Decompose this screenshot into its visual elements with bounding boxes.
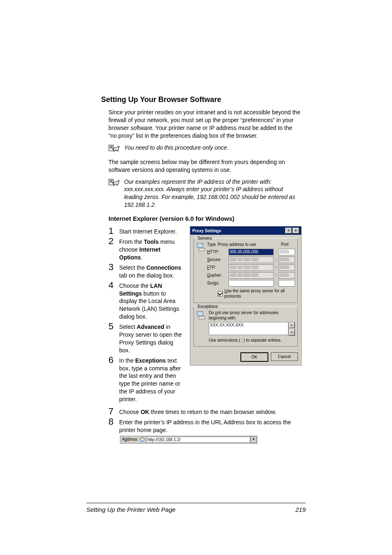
http-label: HTTP: (207, 249, 227, 255)
steps-list: Start Internet Explorer. From the Tools … (108, 226, 184, 403)
footer-title: Setting Up the Printer Web Page (86, 506, 175, 514)
ftp-address-input[interactable]: 000.00.000.000 (228, 264, 274, 271)
secure-address-input[interactable]: 000.00.000.000 (228, 257, 274, 263)
address-label: Address (120, 437, 139, 442)
step-1: Start Internet Explorer. (119, 228, 184, 236)
steps-list-cont: Choose OK three times to return to the m… (108, 407, 302, 434)
same-proxy-checkbox[interactable] (218, 291, 223, 296)
step-3: Select the Connections tab on the dialog… (119, 264, 184, 280)
exceptions-group: Exceptions Do not use proxy server for a… (194, 306, 298, 347)
page-number: 219 (295, 506, 306, 514)
subsection-heading: Internet Explorer (version 6.0 for Windo… (108, 215, 302, 223)
secure-port-input[interactable]: 0000 (279, 257, 295, 263)
note-icon (108, 145, 120, 154)
exceptions-legend: Exceptions (196, 304, 219, 310)
http-address-input[interactable]: 000.00.000.000 (228, 249, 274, 255)
address-bar: Address http://192.168.1.2/ ▼ (120, 436, 257, 444)
sample-paragraph: The sample screens below may be differen… (108, 158, 302, 174)
step-2: From the Tools menu choose Internet Opti… (119, 238, 184, 261)
section-heading: Setting Up Your Browser Software (101, 95, 302, 104)
port-header: Port (281, 242, 295, 247)
close-icon[interactable]: × (293, 228, 299, 234)
svg-rect-9 (199, 248, 205, 251)
exceptions-semi-hint: Use semicolons ( ; ) to separate entries… (209, 338, 295, 343)
step-7: Choose OK three times to return to the m… (119, 408, 302, 416)
ftp-port-input[interactable]: 0000 (279, 264, 295, 271)
address-header: Proxy address to use (218, 242, 276, 247)
dialog-titlebar: Proxy Settings ? × (190, 227, 301, 235)
note-text: You need to do this procedure only once. (124, 144, 229, 152)
step-6: In the Exceptions text box, type a comma… (119, 357, 184, 403)
socks-port-input[interactable] (279, 280, 295, 287)
step-4: Choose the LAN Settings button to displa… (119, 282, 184, 321)
exceptions-input[interactable]: XXX.XX.XXX.XXX (209, 322, 288, 335)
ftp-label: FTP: (207, 265, 227, 271)
servers-legend: Servers (196, 236, 213, 241)
dialog-title: Proxy Settings (192, 228, 221, 234)
svg-rect-10 (197, 312, 203, 316)
svg-rect-8 (197, 243, 203, 247)
scrollbar[interactable]: ▲ ▼ (288, 322, 295, 336)
step-8: Enter the printer’s IP address in the UR… (119, 419, 302, 434)
scroll-down-icon[interactable]: ▼ (289, 330, 295, 335)
intro-paragraph: Since your printer resides on your intra… (108, 109, 302, 140)
same-proxy-label: Use the same proxy server for all protoc… (224, 288, 295, 299)
url-input[interactable]: http://192.168.1.2/ (146, 437, 250, 443)
scroll-up-icon[interactable]: ▲ (289, 322, 295, 328)
note-text: Our examples represent the IP address of… (124, 178, 302, 209)
servers-icon (196, 242, 207, 299)
help-icon[interactable]: ? (285, 228, 292, 234)
svg-rect-11 (199, 317, 205, 319)
http-port-input[interactable]: 0000 (279, 249, 295, 255)
ie-page-icon (140, 437, 145, 442)
socks-label: Socks: (207, 280, 227, 286)
ok-button[interactable]: OK (240, 352, 268, 362)
step-5: Select Advanced in Proxy server to open … (119, 323, 184, 354)
note-icon (108, 179, 120, 188)
dropdown-icon[interactable]: ▼ (250, 436, 257, 443)
gopher-label: Gopher: (207, 273, 227, 278)
servers-group: Servers Type Proxy address to use (194, 238, 298, 303)
exceptions-icon (196, 310, 207, 343)
secure-label: Secure: (207, 257, 227, 263)
cancel-button[interactable]: Cancel (271, 352, 298, 361)
gopher-address-input[interactable]: 000.00.000.000 (228, 272, 274, 279)
exceptions-hint: Do not use proxy server for addresses be… (209, 310, 295, 321)
proxy-settings-dialog: Proxy Settings ? × Servers (190, 226, 302, 365)
type-header: Type (207, 242, 216, 247)
gopher-port-input[interactable]: 0000 (279, 272, 295, 279)
socks-address-input[interactable] (228, 280, 274, 287)
